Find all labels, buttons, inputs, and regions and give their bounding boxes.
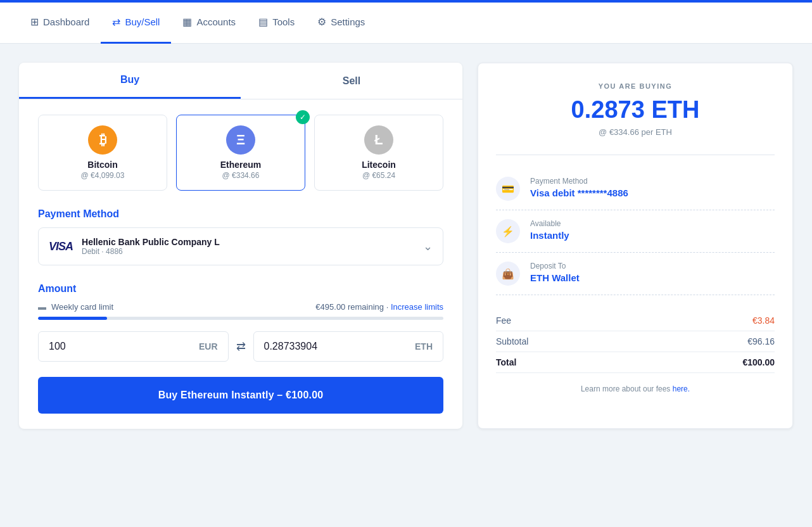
right-panel: YOU ARE BUYING 0.2873 ETH @ €334.66 per …	[478, 63, 793, 429]
payment-method-icon: 💳	[496, 177, 520, 201]
credit-card-icon: 💳	[502, 183, 514, 195]
payment-title: Payment Method	[530, 177, 628, 186]
dot-separator: ·	[386, 302, 391, 312]
tab-buy[interactable]: Buy	[19, 63, 241, 99]
deposit-value: ETH Wallet	[530, 272, 580, 283]
payment-info-content: Payment Method Visa debit ********4886	[530, 177, 628, 198]
fee-label: Fee	[496, 315, 511, 326]
ethereum-name: Ethereum	[183, 160, 298, 170]
dashboard-icon: ⊞	[30, 16, 39, 28]
buy-button[interactable]: Buy Ethereum Instantly – €100.00	[38, 377, 443, 414]
swap-icon[interactable]: ⇄	[236, 340, 246, 353]
chevron-down-icon: ⌄	[423, 239, 433, 253]
nav-label-dashboard: Dashboard	[43, 16, 89, 27]
amount-section-label: Amount	[38, 283, 443, 295]
payment-method-dropdown[interactable]: VISA Hellenic Bank Public Company L Debi…	[38, 227, 443, 265]
total-label: Total	[496, 357, 516, 367]
nav-item-settings[interactable]: ⚙ Settings	[306, 3, 376, 44]
eur-currency-label: EUR	[199, 341, 218, 352]
settings-icon: ⚙	[317, 16, 326, 28]
deposit-title: Deposit To	[530, 262, 580, 270]
learn-more-link[interactable]: here.	[673, 384, 690, 393]
fee-row: Fee €3.84	[496, 310, 775, 331]
buysell-icon: ⇄	[112, 16, 120, 28]
coin-card-bitcoin[interactable]: ₿ Bitcoin @ €4,099.03	[38, 115, 167, 191]
info-row-available: ⚡ Available Instantly	[496, 210, 775, 253]
subtotal-value: €96.16	[747, 336, 775, 346]
deposit-icon-circle: 👜	[496, 262, 520, 286]
eth-currency-label: ETH	[415, 341, 433, 352]
visa-logo: VISA	[49, 240, 73, 253]
remaining-amount: €495.00 remaining	[315, 302, 384, 312]
weekly-limit-label: Weekly card limit	[51, 302, 113, 312]
eth-input-wrap: ETH	[253, 331, 444, 362]
bitcoin-price: @ €4,099.03	[45, 171, 160, 180]
payment-section-label: Payment Method	[38, 208, 443, 220]
left-panel: Buy Sell ₿ Bitcoin @ €4,099.03 ✓ Ξ Ether…	[19, 63, 462, 429]
nav-label-buysell: Buy/Sell	[125, 16, 160, 27]
fee-value: €3.84	[752, 315, 775, 326]
nav-item-dashboard[interactable]: ⊞ Dashboard	[19, 3, 101, 44]
deposit-info-content: Deposit To ETH Wallet	[530, 262, 580, 283]
eth-input[interactable]	[264, 341, 416, 352]
bitcoin-name: Bitcoin	[45, 160, 160, 170]
main-layout: Buy Sell ₿ Bitcoin @ €4,099.03 ✓ Ξ Ether…	[0, 44, 812, 448]
tab-sell[interactable]: Sell	[241, 63, 462, 99]
ethereum-price: @ €334.66	[183, 171, 298, 180]
nav-item-accounts[interactable]: ▦ Accounts	[171, 3, 247, 44]
bitcoin-icon: ₿	[88, 125, 117, 155]
eur-input[interactable]	[49, 341, 199, 352]
litecoin-icon: Ł	[364, 125, 393, 155]
total-row: Total €100.00	[496, 352, 775, 373]
nav-item-tools[interactable]: ▤ Tools	[247, 3, 306, 44]
weekly-limit-row: ▬ Weekly card limit €495.00 remaining · …	[38, 302, 443, 312]
navbar: ⊞ Dashboard ⇄ Buy/Sell ▦ Accounts ▤ Tool…	[0, 3, 812, 44]
fee-section: Fee €3.84 Subtotal €96.16 Total €100.00	[496, 310, 775, 373]
total-value: €100.00	[742, 357, 775, 367]
divider-1	[496, 155, 775, 155]
you-are-buying-label: YOU ARE BUYING	[496, 82, 775, 90]
coin-card-ethereum[interactable]: ✓ Ξ Ethereum @ €334.66	[176, 115, 305, 191]
card-sub: Debit · 4886	[82, 247, 220, 256]
big-amount: 0.2873 ETH	[496, 96, 775, 124]
coin-selector: ₿ Bitcoin @ €4,099.03 ✓ Ξ Ethereum @ €33…	[38, 115, 443, 191]
panel-body: ₿ Bitcoin @ €4,099.03 ✓ Ξ Ethereum @ €33…	[19, 99, 462, 429]
available-title: Available	[530, 219, 569, 228]
nav-label-accounts: Accounts	[196, 16, 236, 27]
payment-info: Hellenic Bank Public Company L Debit · 4…	[82, 237, 220, 256]
ethereum-icon: Ξ	[226, 125, 255, 155]
eur-input-wrap: EUR	[38, 331, 229, 362]
card-limit-icon: ▬	[38, 302, 46, 312]
info-row-deposit: 👜 Deposit To ETH Wallet	[496, 253, 775, 295]
nav-item-buysell[interactable]: ⇄ Buy/Sell	[101, 3, 171, 44]
available-value: Instantly	[530, 230, 569, 241]
coin-card-litecoin[interactable]: Ł Litecoin @ €65.24	[314, 115, 443, 191]
available-icon-circle: ⚡	[496, 219, 520, 243]
subtotal-row: Subtotal €96.16	[496, 331, 775, 352]
per-price: @ €334.66 per ETH	[496, 127, 775, 137]
nav-label-tools: Tools	[272, 16, 295, 27]
remaining-text: €495.00 remaining · Increase limits	[315, 302, 443, 312]
amount-row: EUR ⇄ ETH	[38, 331, 443, 362]
tools-icon: ▤	[258, 16, 268, 28]
litecoin-price: @ €65.24	[321, 171, 436, 180]
buy-sell-tabs: Buy Sell	[19, 63, 462, 99]
ethereum-check: ✓	[296, 110, 310, 124]
info-row-payment: 💳 Payment Method Visa debit ********4886	[496, 168, 775, 210]
litecoin-name: Litecoin	[321, 160, 436, 170]
learn-more: Learn more about our fees here.	[496, 384, 775, 393]
accounts-icon: ▦	[182, 16, 192, 28]
available-info-content: Available Instantly	[530, 219, 569, 241]
increase-limits-link[interactable]: Increase limits	[391, 302, 443, 312]
subtotal-label: Subtotal	[496, 336, 528, 346]
lightning-icon: ⚡	[502, 225, 514, 238]
payment-value: Visa debit ********4886	[530, 187, 628, 198]
bank-name: Hellenic Bank Public Company L	[82, 237, 220, 247]
learn-more-text: Learn more about our fees	[581, 384, 670, 393]
nav-label-settings: Settings	[331, 16, 365, 27]
progress-bar-fill	[38, 317, 107, 320]
progress-bar	[38, 317, 443, 320]
wallet-icon: 👜	[502, 268, 514, 280]
